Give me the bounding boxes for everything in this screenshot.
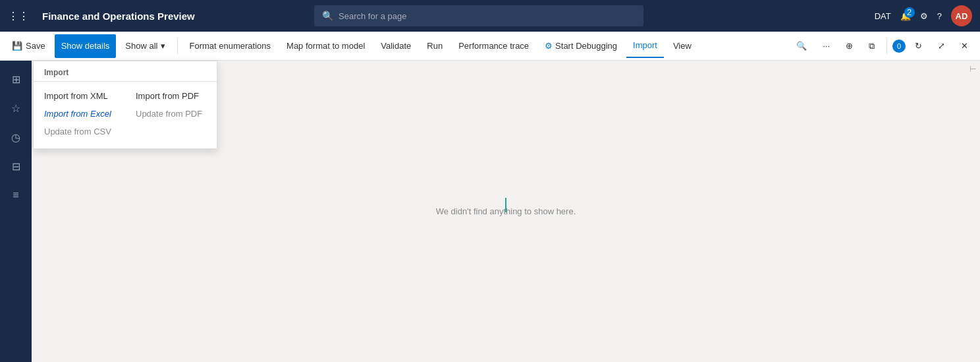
search-cmd-button[interactable]: 🔍: [790, 34, 813, 58]
dropdown-header: Import: [34, 64, 217, 82]
save-icon: 💾: [12, 41, 22, 51]
import-dropdown: Import Import from XML Import from PDF I…: [33, 61, 217, 149]
refresh-button[interactable]: ↻: [908, 34, 929, 58]
update-from-csv[interactable]: Update from CSV: [34, 123, 125, 140]
save-button[interactable]: 💾 Save: [5, 34, 52, 58]
separator-1: [177, 38, 178, 54]
search-bar[interactable]: 🔍 Search for a page: [314, 5, 643, 26]
import-from-xml[interactable]: Import from XML: [34, 87, 125, 105]
notification-count: 2: [904, 7, 915, 18]
separator-right: [886, 38, 887, 54]
import-button[interactable]: Import: [626, 34, 664, 58]
dropdown-grid: Import from XML Import from PDF Import f…: [34, 82, 217, 146]
format-enumerations-button[interactable]: Format enumerations: [183, 34, 278, 58]
search-icon: 🔍: [322, 11, 333, 21]
search-placeholder: Search for a page: [339, 11, 406, 21]
import-from-excel[interactable]: Import from Excel: [34, 105, 125, 123]
notifications-button[interactable]: 🔔 2: [900, 11, 911, 21]
more-options-button[interactable]: ···: [816, 34, 836, 58]
sidebar-item-recent[interactable]: ◷: [3, 124, 29, 150]
pin-button[interactable]: ⊕: [839, 34, 859, 58]
performance-trace-button[interactable]: Performance trace: [452, 34, 535, 58]
sidebar: ⊞ ☆ ◷ ⊟ ≡: [0, 61, 32, 362]
resize-handle[interactable]: ⊢: [969, 65, 976, 74]
clock-icon: ◷: [11, 131, 20, 144]
star-icon: ☆: [11, 102, 20, 115]
validate-button[interactable]: Validate: [374, 34, 418, 58]
run-button[interactable]: Run: [420, 34, 449, 58]
map-format-to-model-button[interactable]: Map format to model: [280, 34, 371, 58]
open-in-new-button[interactable]: ⤢: [931, 34, 952, 58]
command-bar-right: 🔍 ··· ⊕ ⧉ 0 ↻ ⤢ ✕: [790, 34, 975, 58]
top-navigation-bar: ⋮⋮ Finance and Operations Preview 🔍 Sear…: [0, 0, 980, 32]
badge-zero: 0: [892, 40, 906, 53]
help-icon[interactable]: ?: [937, 11, 942, 21]
chevron-down-icon: ▾: [161, 41, 165, 51]
settings-icon[interactable]: ⚙: [920, 11, 928, 21]
show-all-button[interactable]: Show all ▾: [119, 34, 171, 58]
close-button[interactable]: ✕: [954, 34, 975, 58]
debug-icon: ⚙: [545, 41, 553, 51]
app-title: Finance and Operations Preview: [42, 11, 195, 22]
show-details-button[interactable]: Show details: [55, 34, 117, 58]
update-from-pdf[interactable]: Update from PDF: [125, 105, 217, 123]
top-bar-right: DAT 🔔 2 ⚙ ? AD: [875, 5, 972, 26]
sidebar-item-list[interactable]: ≡: [3, 182, 29, 208]
environment-label: DAT: [875, 11, 891, 21]
view-button[interactable]: View: [667, 34, 698, 58]
start-debugging-button[interactable]: ⚙ Start Debugging: [538, 34, 624, 58]
grid-icon: ⊟: [12, 160, 20, 173]
import-from-pdf[interactable]: Import from PDF: [125, 87, 217, 105]
avatar[interactable]: AD: [951, 5, 972, 26]
split-view-button[interactable]: ⧉: [862, 34, 881, 58]
sidebar-item-favorites[interactable]: ☆: [3, 95, 29, 121]
sidebar-item-workspaces[interactable]: ⊟: [3, 153, 29, 179]
list-icon: ≡: [13, 189, 18, 201]
hamburger-icon[interactable]: ⋮⋮: [8, 10, 29, 22]
home-icon: ⊞: [12, 73, 20, 86]
command-bar: 💾 Save Show details Show all ▾ Format en…: [0, 32, 980, 61]
cursor-indicator: [505, 198, 506, 212]
sidebar-item-home[interactable]: ⊞: [3, 66, 29, 92]
